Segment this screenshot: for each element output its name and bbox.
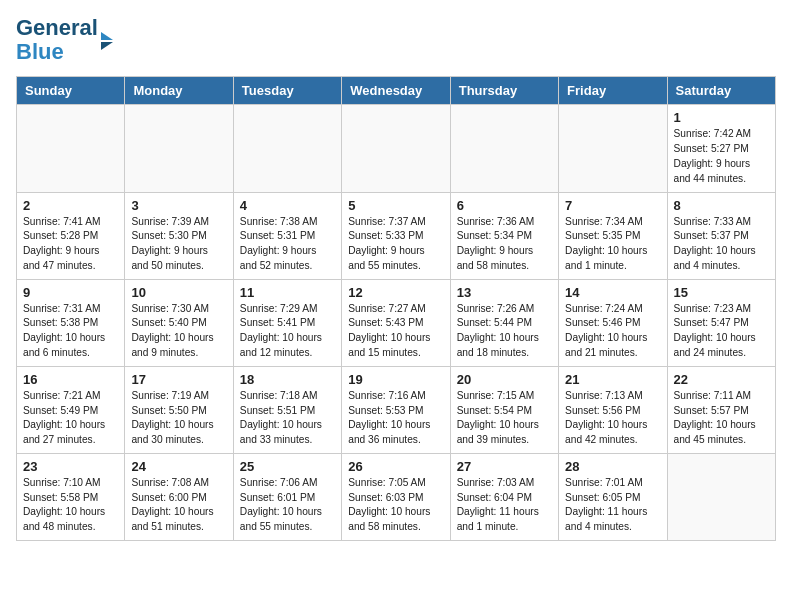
- day-number: 5: [348, 198, 443, 213]
- calendar-cell: 10Sunrise: 7:30 AM Sunset: 5:40 PM Dayli…: [125, 279, 233, 366]
- day-number: 17: [131, 372, 226, 387]
- calendar-cell: 14Sunrise: 7:24 AM Sunset: 5:46 PM Dayli…: [559, 279, 667, 366]
- calendar-cell: 9Sunrise: 7:31 AM Sunset: 5:38 PM Daylig…: [17, 279, 125, 366]
- day-number: 11: [240, 285, 335, 300]
- day-info: Sunrise: 7:23 AM Sunset: 5:47 PM Dayligh…: [674, 302, 769, 361]
- calendar-cell: 5Sunrise: 7:37 AM Sunset: 5:33 PM Daylig…: [342, 192, 450, 279]
- calendar-cell: 13Sunrise: 7:26 AM Sunset: 5:44 PM Dayli…: [450, 279, 558, 366]
- calendar-cell: 23Sunrise: 7:10 AM Sunset: 5:58 PM Dayli…: [17, 453, 125, 540]
- day-info: Sunrise: 7:39 AM Sunset: 5:30 PM Dayligh…: [131, 215, 226, 274]
- day-info: Sunrise: 7:42 AM Sunset: 5:27 PM Dayligh…: [674, 127, 769, 186]
- weekday-header-wednesday: Wednesday: [342, 77, 450, 105]
- day-number: 7: [565, 198, 660, 213]
- calendar-cell: 26Sunrise: 7:05 AM Sunset: 6:03 PM Dayli…: [342, 453, 450, 540]
- calendar-cell: 25Sunrise: 7:06 AM Sunset: 6:01 PM Dayli…: [233, 453, 341, 540]
- day-number: 22: [674, 372, 769, 387]
- day-info: Sunrise: 7:30 AM Sunset: 5:40 PM Dayligh…: [131, 302, 226, 361]
- calendar-cell: 21Sunrise: 7:13 AM Sunset: 5:56 PM Dayli…: [559, 366, 667, 453]
- day-info: Sunrise: 7:03 AM Sunset: 6:04 PM Dayligh…: [457, 476, 552, 535]
- weekday-header-thursday: Thursday: [450, 77, 558, 105]
- day-info: Sunrise: 7:37 AM Sunset: 5:33 PM Dayligh…: [348, 215, 443, 274]
- calendar-cell: 20Sunrise: 7:15 AM Sunset: 5:54 PM Dayli…: [450, 366, 558, 453]
- calendar-cell: 2Sunrise: 7:41 AM Sunset: 5:28 PM Daylig…: [17, 192, 125, 279]
- calendar-cell: 3Sunrise: 7:39 AM Sunset: 5:30 PM Daylig…: [125, 192, 233, 279]
- calendar-cell: 11Sunrise: 7:29 AM Sunset: 5:41 PM Dayli…: [233, 279, 341, 366]
- calendar-table: SundayMondayTuesdayWednesdayThursdayFrid…: [16, 76, 776, 541]
- calendar-cell: [450, 105, 558, 192]
- day-number: 15: [674, 285, 769, 300]
- calendar-cell: 24Sunrise: 7:08 AM Sunset: 6:00 PM Dayli…: [125, 453, 233, 540]
- day-number: 6: [457, 198, 552, 213]
- day-number: 14: [565, 285, 660, 300]
- day-number: 1: [674, 110, 769, 125]
- calendar-cell: 19Sunrise: 7:16 AM Sunset: 5:53 PM Dayli…: [342, 366, 450, 453]
- calendar-cell: [125, 105, 233, 192]
- day-number: 9: [23, 285, 118, 300]
- weekday-header-tuesday: Tuesday: [233, 77, 341, 105]
- page-header: GeneralBlue: [16, 16, 776, 64]
- calendar-cell: [559, 105, 667, 192]
- weekday-header-monday: Monday: [125, 77, 233, 105]
- day-info: Sunrise: 7:38 AM Sunset: 5:31 PM Dayligh…: [240, 215, 335, 274]
- day-info: Sunrise: 7:19 AM Sunset: 5:50 PM Dayligh…: [131, 389, 226, 448]
- day-info: Sunrise: 7:13 AM Sunset: 5:56 PM Dayligh…: [565, 389, 660, 448]
- calendar-cell: 15Sunrise: 7:23 AM Sunset: 5:47 PM Dayli…: [667, 279, 775, 366]
- day-info: Sunrise: 7:21 AM Sunset: 5:49 PM Dayligh…: [23, 389, 118, 448]
- calendar-cell: 27Sunrise: 7:03 AM Sunset: 6:04 PM Dayli…: [450, 453, 558, 540]
- calendar-cell: 8Sunrise: 7:33 AM Sunset: 5:37 PM Daylig…: [667, 192, 775, 279]
- logo: GeneralBlue: [16, 16, 113, 64]
- calendar-cell: 28Sunrise: 7:01 AM Sunset: 6:05 PM Dayli…: [559, 453, 667, 540]
- calendar-cell: 18Sunrise: 7:18 AM Sunset: 5:51 PM Dayli…: [233, 366, 341, 453]
- day-info: Sunrise: 7:11 AM Sunset: 5:57 PM Dayligh…: [674, 389, 769, 448]
- day-number: 26: [348, 459, 443, 474]
- day-number: 13: [457, 285, 552, 300]
- day-info: Sunrise: 7:15 AM Sunset: 5:54 PM Dayligh…: [457, 389, 552, 448]
- day-info: Sunrise: 7:10 AM Sunset: 5:58 PM Dayligh…: [23, 476, 118, 535]
- day-number: 24: [131, 459, 226, 474]
- calendar-cell: [233, 105, 341, 192]
- day-info: Sunrise: 7:27 AM Sunset: 5:43 PM Dayligh…: [348, 302, 443, 361]
- day-info: Sunrise: 7:05 AM Sunset: 6:03 PM Dayligh…: [348, 476, 443, 535]
- day-number: 18: [240, 372, 335, 387]
- calendar-cell: 16Sunrise: 7:21 AM Sunset: 5:49 PM Dayli…: [17, 366, 125, 453]
- day-number: 8: [674, 198, 769, 213]
- calendar-cell: [667, 453, 775, 540]
- day-number: 23: [23, 459, 118, 474]
- day-number: 2: [23, 198, 118, 213]
- day-info: Sunrise: 7:08 AM Sunset: 6:00 PM Dayligh…: [131, 476, 226, 535]
- day-number: 16: [23, 372, 118, 387]
- calendar-cell: 6Sunrise: 7:36 AM Sunset: 5:34 PM Daylig…: [450, 192, 558, 279]
- day-info: Sunrise: 7:18 AM Sunset: 5:51 PM Dayligh…: [240, 389, 335, 448]
- calendar-cell: 22Sunrise: 7:11 AM Sunset: 5:57 PM Dayli…: [667, 366, 775, 453]
- day-number: 4: [240, 198, 335, 213]
- weekday-header-sunday: Sunday: [17, 77, 125, 105]
- day-number: 19: [348, 372, 443, 387]
- day-number: 10: [131, 285, 226, 300]
- day-number: 25: [240, 459, 335, 474]
- day-info: Sunrise: 7:34 AM Sunset: 5:35 PM Dayligh…: [565, 215, 660, 274]
- day-info: Sunrise: 7:41 AM Sunset: 5:28 PM Dayligh…: [23, 215, 118, 274]
- day-info: Sunrise: 7:29 AM Sunset: 5:41 PM Dayligh…: [240, 302, 335, 361]
- calendar-cell: 12Sunrise: 7:27 AM Sunset: 5:43 PM Dayli…: [342, 279, 450, 366]
- day-info: Sunrise: 7:26 AM Sunset: 5:44 PM Dayligh…: [457, 302, 552, 361]
- day-number: 3: [131, 198, 226, 213]
- day-number: 12: [348, 285, 443, 300]
- calendar-cell: 1Sunrise: 7:42 AM Sunset: 5:27 PM Daylig…: [667, 105, 775, 192]
- calendar-cell: 17Sunrise: 7:19 AM Sunset: 5:50 PM Dayli…: [125, 366, 233, 453]
- weekday-header-friday: Friday: [559, 77, 667, 105]
- day-number: 27: [457, 459, 552, 474]
- day-info: Sunrise: 7:36 AM Sunset: 5:34 PM Dayligh…: [457, 215, 552, 274]
- day-info: Sunrise: 7:31 AM Sunset: 5:38 PM Dayligh…: [23, 302, 118, 361]
- day-number: 28: [565, 459, 660, 474]
- weekday-header-saturday: Saturday: [667, 77, 775, 105]
- calendar-cell: 4Sunrise: 7:38 AM Sunset: 5:31 PM Daylig…: [233, 192, 341, 279]
- day-info: Sunrise: 7:06 AM Sunset: 6:01 PM Dayligh…: [240, 476, 335, 535]
- calendar-cell: [342, 105, 450, 192]
- day-number: 21: [565, 372, 660, 387]
- calendar-cell: [17, 105, 125, 192]
- day-info: Sunrise: 7:24 AM Sunset: 5:46 PM Dayligh…: [565, 302, 660, 361]
- calendar-cell: 7Sunrise: 7:34 AM Sunset: 5:35 PM Daylig…: [559, 192, 667, 279]
- logo-text: GeneralBlue: [16, 16, 98, 64]
- day-info: Sunrise: 7:01 AM Sunset: 6:05 PM Dayligh…: [565, 476, 660, 535]
- day-info: Sunrise: 7:33 AM Sunset: 5:37 PM Dayligh…: [674, 215, 769, 274]
